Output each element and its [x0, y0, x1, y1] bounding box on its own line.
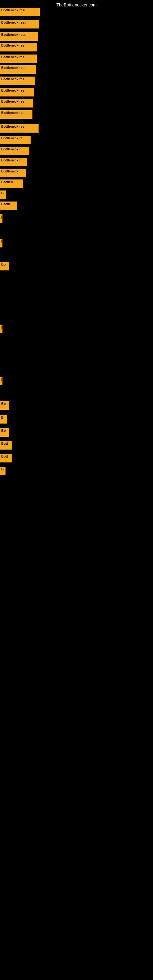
- bar-item-16[interactable]: Bottlen: [0, 180, 23, 188]
- bar-item-26[interactable]: Bo: [0, 428, 9, 437]
- bar-item-8[interactable]: Bottleneck res: [0, 88, 34, 97]
- bar-item-29[interactable]: B: [0, 467, 5, 475]
- bar-item-15[interactable]: Bottleneck: [0, 169, 26, 177]
- bar-item-19[interactable]: |: [0, 215, 2, 223]
- bar-item-14[interactable]: Bottleneck r: [0, 158, 27, 166]
- bar-item-4[interactable]: Bottleneck res: [0, 43, 37, 51]
- bar-item-20[interactable]: |: [0, 239, 2, 247]
- bar-item-22[interactable]: |: [0, 325, 2, 333]
- bar-item-11[interactable]: Bottleneck res: [0, 124, 38, 133]
- bar-item-13[interactable]: Bottleneck r: [0, 147, 29, 155]
- bar-item-21[interactable]: Bo: [0, 262, 9, 270]
- bar-item-9[interactable]: Bottleneck res: [0, 99, 33, 108]
- bar-item-3[interactable]: Bottleneck resu: [0, 32, 38, 41]
- bar-item-6[interactable]: Bottleneck res: [0, 65, 36, 74]
- bar-item-25[interactable]: B: [0, 415, 7, 423]
- bar-item-12[interactable]: Bottleneck re: [0, 136, 30, 144]
- bar-item-5[interactable]: Bottleneck res: [0, 54, 37, 63]
- bar-item-10[interactable]: Bottleneck res: [0, 110, 32, 119]
- bar-item-27[interactable]: Bott: [0, 441, 12, 450]
- bar-item-18[interactable]: Bottle: [0, 202, 17, 210]
- bar-item-24[interactable]: Bo: [0, 401, 9, 410]
- bar-item-28[interactable]: Bott: [0, 454, 12, 463]
- bar-item-7[interactable]: Bottleneck res: [0, 76, 35, 85]
- bar-item-23[interactable]: |: [0, 377, 2, 385]
- bar-item-1[interactable]: Bottleneck resu: [0, 8, 40, 16]
- bar-item-2[interactable]: Bottleneck resu: [0, 20, 39, 29]
- bar-item-17[interactable]: B: [0, 191, 6, 199]
